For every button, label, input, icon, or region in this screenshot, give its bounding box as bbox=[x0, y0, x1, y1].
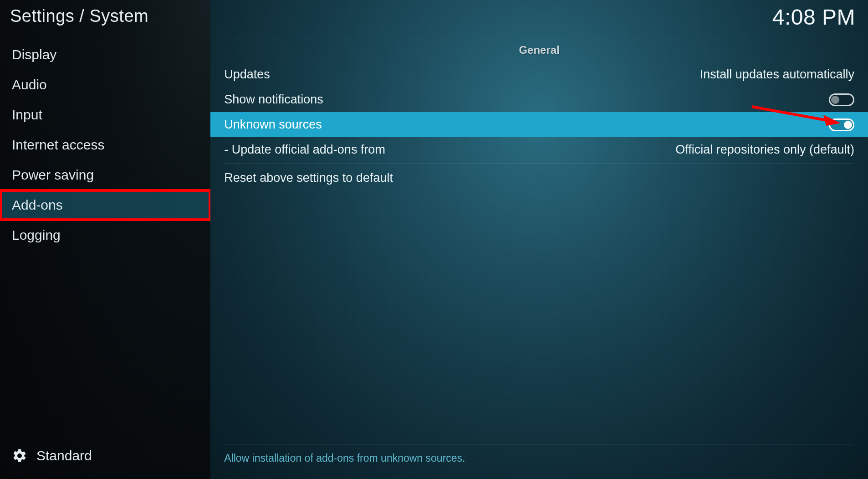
clock: 4:08 PM bbox=[210, 0, 868, 30]
toggle-thumb bbox=[831, 96, 839, 104]
setting-hint-text: Allow installation of add-ons from unkno… bbox=[224, 452, 854, 464]
setting-row-unknown-sources[interactable]: Unknown sources bbox=[210, 112, 868, 137]
toggle-switch[interactable] bbox=[829, 93, 854, 106]
sidebar: Settings / System Display Audio Input In… bbox=[0, 0, 210, 479]
gear-icon bbox=[12, 448, 27, 464]
settings-level-button[interactable]: Standard bbox=[0, 439, 210, 479]
setting-label: Reset above settings to default bbox=[224, 171, 393, 185]
setting-row-reset-defaults[interactable]: Reset above settings to default bbox=[210, 165, 868, 191]
setting-value: Install updates automatically bbox=[700, 67, 854, 82]
sidebar-item-power-saving[interactable]: Power saving bbox=[0, 160, 210, 190]
toggle-thumb bbox=[844, 121, 852, 129]
setting-row-update-official-addons[interactable]: - Update official add-ons from Official … bbox=[210, 137, 868, 162]
breadcrumb: Settings / System bbox=[0, 0, 210, 40]
sidebar-item-internet-access[interactable]: Internet access bbox=[0, 130, 210, 160]
sidebar-list: Display Audio Input Internet access Powe… bbox=[0, 40, 210, 250]
sidebar-item-label: Add-ons bbox=[12, 197, 63, 212]
sidebar-item-label: Internet access bbox=[12, 137, 104, 152]
main-panel: 4:08 PM General Updates Install updates … bbox=[210, 0, 868, 479]
sidebar-item-label: Display bbox=[12, 47, 56, 62]
toggle-switch[interactable] bbox=[829, 118, 854, 131]
setting-row-show-notifications[interactable]: Show notifications bbox=[210, 87, 868, 112]
setting-row-updates[interactable]: Updates Install updates automatically bbox=[210, 62, 868, 87]
setting-label: Unknown sources bbox=[224, 118, 322, 132]
sidebar-item-label: Logging bbox=[12, 227, 61, 242]
sidebar-item-logging[interactable]: Logging bbox=[0, 220, 210, 250]
settings-rows: Updates Install updates automatically Sh… bbox=[210, 62, 868, 191]
setting-label: Show notifications bbox=[224, 93, 323, 107]
section-title: General bbox=[210, 38, 868, 62]
sidebar-item-audio[interactable]: Audio bbox=[0, 70, 210, 100]
sidebar-item-add-ons[interactable]: Add-ons bbox=[0, 190, 210, 220]
sidebar-item-label: Input bbox=[12, 107, 42, 122]
divider bbox=[224, 164, 854, 164]
settings-level-label: Standard bbox=[36, 448, 92, 464]
setting-label: Updates bbox=[224, 67, 270, 82]
sidebar-item-label: Audio bbox=[12, 77, 47, 92]
sidebar-item-label: Power saving bbox=[12, 167, 94, 182]
app-window: Settings / System Display Audio Input In… bbox=[0, 0, 868, 479]
setting-value: Official repositories only (default) bbox=[675, 143, 854, 157]
footer: Allow installation of add-ons from unkno… bbox=[210, 444, 868, 479]
sidebar-item-display[interactable]: Display bbox=[0, 40, 210, 70]
setting-label: - Update official add-ons from bbox=[224, 143, 385, 157]
sidebar-item-input[interactable]: Input bbox=[0, 100, 210, 130]
